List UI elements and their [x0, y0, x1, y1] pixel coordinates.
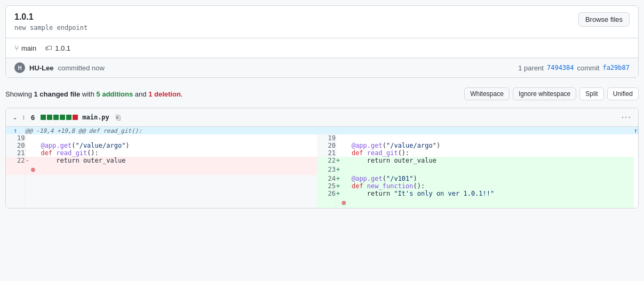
table-row: 24 + @app.get("/v101") — [6, 175, 638, 182]
table-row: 20 @app.get("/value/argo") 20 @app.get("… — [6, 142, 638, 149]
file-name: main.py — [82, 114, 109, 121]
stat-block-2 — [47, 115, 52, 120]
commit-hash[interactable]: fa29b87 — [602, 64, 630, 71]
table-row: 19 19 — [6, 134, 638, 142]
stat-block-3 — [53, 115, 59, 120]
branch-icon: ⑂ — [14, 44, 19, 52]
line-num-left-24 — [6, 175, 25, 182]
line-content-right-23: + — [336, 164, 634, 175]
split-view-button[interactable]: Split — [579, 87, 603, 100]
with-label: with — [82, 90, 94, 98]
line-content-left-26 — [25, 190, 317, 197]
branch-name: main — [21, 44, 36, 52]
line-num-right-20: 20 — [317, 142, 336, 149]
diff-controls: Showing 1 changed file with 5 additions … — [5, 83, 639, 105]
line-num-left-19: 19 — [6, 134, 25, 142]
commit-time: committed now — [58, 64, 105, 72]
line-content-right-22: + return outer_value — [336, 157, 634, 164]
hunk-info-left: @@ -19,4 +19,8 @@ def read_git(): — [25, 127, 634, 134]
commit-author-row: H HU-Lee committed now 1 parent 7494384 … — [6, 58, 638, 77]
commit-label: commit — [577, 64, 600, 72]
line-content-right-26: + return "It's only on ver 1.0.1!!" — [336, 190, 634, 197]
stat-block-5 — [66, 115, 71, 120]
line-num-right-26: 26 — [317, 190, 336, 197]
diff-arrows-icon: ↕ — [22, 114, 25, 121]
commit-message: new sample endpoint — [14, 24, 88, 31]
line-content-right-25: + def new_function(): — [336, 182, 634, 190]
table-row: 21 def read_git(): 21 def read_git(): — [6, 149, 638, 157]
commit-version: 1.0.1 — [14, 12, 88, 22]
commit-meta: ⑂ main 🏷 1.0.1 — [6, 38, 638, 58]
diff-stat-count: 6 — [31, 114, 35, 122]
table-row: ⊗ 23 + — [6, 164, 638, 175]
line-num-left-plus — [6, 197, 25, 208]
line-num-left-21: 21 — [6, 149, 25, 157]
parent-label: 1 parent — [518, 64, 544, 72]
diff-summary: Showing 1 changed file with 5 additions … — [5, 90, 182, 98]
view-controls: Whitespace Ignore whitespace Split Unifi… — [464, 87, 639, 100]
line-content-left-22: - return outer_value — [25, 157, 317, 164]
file-header-left: ⌄ ↕ 6 main.py ⎗ — [12, 113, 122, 122]
tag-icon: 🏷 — [45, 44, 52, 52]
file-diff: ⌄ ↕ 6 main.py ⎗ ··· ↑ @@ -19,4 +19,8 @@ … — [5, 108, 639, 208]
diff-table: ↑ @@ -19,4 +19,8 @@ def read_git(): ↑ 19… — [6, 127, 638, 208]
stat-block-1 — [41, 115, 46, 120]
table-row: 22 - return outer_value 22 + return oute… — [6, 157, 638, 164]
browse-files-button[interactable]: Browse files — [578, 12, 630, 27]
line-num-left-26 — [6, 190, 25, 197]
plus-circle-icon: ⊗ — [341, 198, 346, 207]
line-content-left-25 — [25, 182, 317, 190]
tag-info: 🏷 1.0.1 — [45, 44, 70, 52]
line-num-left-25 — [6, 182, 25, 190]
hunk-expand-left[interactable]: ↑ — [6, 127, 25, 134]
line-content-right-19 — [336, 134, 634, 142]
diff-stat-blocks — [41, 115, 78, 120]
parent-hash[interactable]: 7494384 — [547, 64, 574, 71]
table-row: ⊗ — [6, 197, 638, 208]
author-name[interactable]: HU-Lee — [29, 64, 54, 72]
line-num-right-23: 23 — [317, 164, 336, 175]
stat-block-6 — [73, 115, 78, 120]
line-num-right-19: 19 — [317, 134, 336, 142]
table-row: 25 + def new_function(): — [6, 182, 638, 190]
line-num-left-del-icon — [6, 164, 25, 175]
hunk-header-row: ↑ @@ -19,4 +19,8 @@ def read_git(): ↑ — [6, 127, 638, 134]
line-content-left-24 — [25, 175, 317, 182]
hunk-info-right — [638, 127, 639, 134]
commit-header: 1.0.1 new sample endpoint Browse files — [6, 6, 638, 38]
parent-info: 1 parent 7494384 commit fa29b87 — [518, 64, 630, 72]
whitespace-button[interactable]: Whitespace — [464, 87, 510, 100]
avatar: H — [14, 62, 25, 73]
deletions-count: 1 deletion — [148, 90, 181, 98]
unified-view-button[interactable]: Unified — [607, 87, 639, 100]
and-label: and — [135, 90, 147, 98]
ignore-whitespace-button[interactable]: Ignore whitespace — [513, 87, 576, 100]
commit-card: 1.0.1 new sample endpoint Browse files ⑂… — [5, 5, 639, 78]
file-header: ⌄ ↕ 6 main.py ⎗ ··· — [6, 108, 638, 127]
line-content-right-21: def read_git(): — [336, 149, 634, 157]
line-content-left-21: def read_git(): — [25, 149, 317, 157]
author-info: H HU-Lee committed now — [14, 62, 105, 73]
more-options-button[interactable]: ··· — [622, 113, 632, 122]
tag-name: 1.0.1 — [55, 44, 70, 52]
additions-count: 5 additions — [97, 90, 133, 98]
commit-title-area: 1.0.1 new sample endpoint — [14, 12, 88, 31]
hunk-expand-right[interactable]: ↑ — [634, 127, 638, 134]
copy-filename-button[interactable]: ⎗ — [114, 113, 122, 122]
line-content-right-24: + @app.get("/v101") — [336, 175, 634, 182]
del-icon-cell: ⊗ — [25, 164, 317, 175]
collapse-button[interactable]: ⌄ — [12, 114, 18, 121]
line-num-left-20: 20 — [6, 142, 25, 149]
minus-circle-icon: ⊗ — [31, 165, 35, 174]
add-icon-cell: ⊗ — [336, 197, 634, 208]
stat-block-4 — [60, 115, 65, 120]
line-num-right-21: 21 — [317, 149, 336, 157]
line-num-right-25: 25 — [317, 182, 336, 190]
line-num-right-24: 24 — [317, 175, 336, 182]
changed-files: 1 changed file — [34, 90, 81, 98]
line-content-right-20: @app.get("/value/argo") — [336, 142, 634, 149]
line-content-left-plus — [25, 197, 317, 208]
line-content-left-20: @app.get("/value/argo") — [25, 142, 317, 149]
showing-label: Showing — [5, 90, 32, 98]
line-content-left-19 — [25, 134, 317, 142]
